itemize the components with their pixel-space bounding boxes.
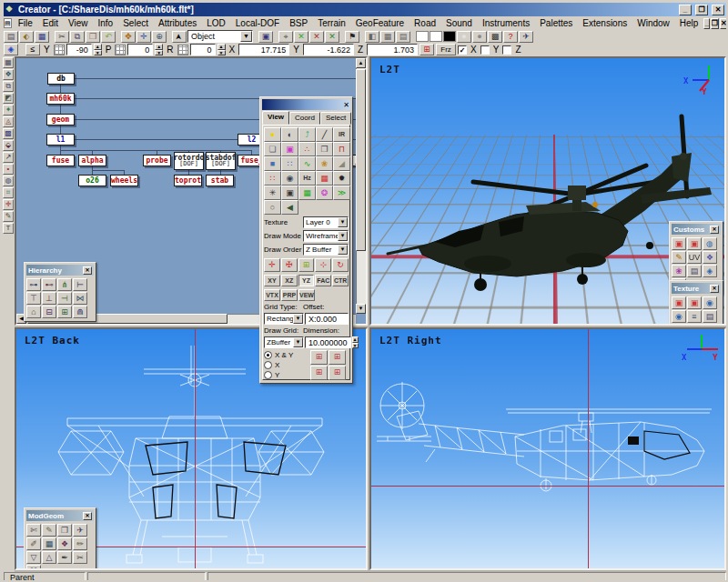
axis-z-checkbox[interactable] xyxy=(502,45,511,55)
textured-view-icon[interactable]: ▩ xyxy=(488,31,502,43)
sound-icon[interactable]: ◀ xyxy=(281,200,298,215)
custom-sheet-icon[interactable]: ▤ xyxy=(687,265,702,277)
roll-grid-icon[interactable] xyxy=(177,45,188,55)
close-icon[interactable]: ✕ xyxy=(83,266,92,275)
scissor-icon[interactable]: ✂ xyxy=(73,551,87,564)
vertex-number-icon[interactable]: ∷ xyxy=(281,156,298,171)
zoom-icon[interactable]: ⊕ xyxy=(152,31,167,43)
help-icon[interactable]: ? xyxy=(503,31,518,43)
menu-item[interactable]: BSP xyxy=(285,18,312,29)
fit-icon[interactable]: ✛ xyxy=(136,31,151,43)
polygon-tool-icon[interactable]: ◬ xyxy=(3,116,14,127)
y-field[interactable]: -1.622 xyxy=(303,44,354,55)
tree-detach-icon[interactable]: ⋒ xyxy=(73,306,87,318)
graph-node-db[interactable]: db xyxy=(47,73,75,85)
close-icon[interactable]: ✕ xyxy=(710,285,719,293)
lod-icon[interactable]: ≫ xyxy=(333,186,350,200)
texture-view-icon[interactable]: ❏ xyxy=(264,142,281,156)
shaded-sphere-icon[interactable]: ● xyxy=(457,31,471,43)
selection-box-icon[interactable]: ▣ xyxy=(281,142,298,156)
vertex-tool-icon[interactable]: ❖ xyxy=(3,69,14,80)
close-button[interactable]: ✕ xyxy=(712,5,724,15)
close-icon[interactable]: ✕ xyxy=(343,101,349,109)
snowflake-icon[interactable]: ✳ xyxy=(264,186,281,200)
roll-field[interactable]: 0 xyxy=(190,44,216,55)
restore-button[interactable]: ❐ xyxy=(695,5,708,15)
menu-item[interactable]: Instruments xyxy=(478,18,534,29)
freeze-button[interactable]: Frz xyxy=(436,44,456,55)
tree-collapse-icon[interactable]: ⊷ xyxy=(42,278,56,291)
mode-select[interactable]: Object ▼ xyxy=(187,30,253,43)
yaw-spinner[interactable]: ▲▼ xyxy=(94,44,102,55)
tree-attach-icon[interactable]: ⊞ xyxy=(57,306,72,318)
palette-icon[interactable]: ❂ xyxy=(316,186,333,200)
plane-ctr-button[interactable]: CTR xyxy=(332,275,349,286)
yaw-field[interactable]: -90 xyxy=(66,44,92,55)
next-select-icon[interactable]: ✕ xyxy=(325,31,339,43)
axis-tool-icon[interactable]: ✛ xyxy=(3,199,14,210)
graph-node-toprot[interactable]: toprot xyxy=(174,175,202,186)
menu-item[interactable]: Select xyxy=(118,18,153,29)
bulb-off-icon[interactable]: ○ xyxy=(264,200,281,215)
solid-cube-icon[interactable]: ■ xyxy=(264,156,281,171)
terrain-icon[interactable]: ◢ xyxy=(333,156,350,171)
plane-fac-button[interactable]: FAC xyxy=(315,275,331,286)
cone-icon[interactable]: △ xyxy=(42,551,56,564)
copy-icon[interactable]: ⧉ xyxy=(70,31,85,43)
radio-y[interactable]: Y xyxy=(264,370,309,380)
axis-y-checkbox[interactable] xyxy=(480,45,490,55)
grid-rotate-icon[interactable]: ↻ xyxy=(332,258,349,272)
scroll-up-icon[interactable]: ▲ xyxy=(356,58,366,68)
menu-item[interactable]: Window xyxy=(632,18,674,29)
jet-icon[interactable]: ✈ xyxy=(519,31,533,43)
tree-merge-icon[interactable]: ⊣ xyxy=(57,292,72,305)
doc-close-button[interactable]: ✕ xyxy=(720,18,728,29)
nib-icon[interactable]: ✒ xyxy=(57,551,72,564)
group-tool-icon[interactable]: ⬙ xyxy=(3,140,14,151)
zoom-select-icon[interactable]: ⌖ xyxy=(278,31,293,43)
draw-mode-select[interactable]: Wireframe▼ xyxy=(303,230,349,242)
grid-preview-icon[interactable]: ⊞ xyxy=(310,350,328,365)
graph-vertical-scrollbar[interactable]: ▲ ▼ xyxy=(356,58,366,314)
tab-view[interactable]: View xyxy=(262,111,289,125)
tree-down-icon[interactable]: ⊢ xyxy=(73,278,87,291)
construction-icon[interactable]: ∴ xyxy=(298,142,316,156)
menu-item[interactable]: Help xyxy=(675,18,703,29)
menu-item[interactable]: Edit xyxy=(38,18,63,29)
gear-dark-icon[interactable]: ✹ xyxy=(333,171,350,186)
globe-icon[interactable]: ◉ xyxy=(281,171,298,186)
custom-globe-icon[interactable]: ◍ xyxy=(703,237,717,250)
draw-tool-icon[interactable]: ✎ xyxy=(3,211,14,222)
dialog-title-bar[interactable]: ✕ xyxy=(262,99,350,110)
tex-list-icon[interactable]: ≡ xyxy=(687,310,702,323)
select-cursor-icon[interactable]: ➤ xyxy=(172,31,187,43)
texture-layer-select[interactable]: Layer 0▼ xyxy=(303,216,349,228)
lathe-icon[interactable]: ▽ xyxy=(26,551,41,564)
attr-sl-icon[interactable]: ▤ xyxy=(396,31,410,43)
spline-icon[interactable]: ∿ xyxy=(298,156,316,171)
infrared-icon[interactable]: IR xyxy=(333,127,350,142)
menu-item[interactable]: Terrain xyxy=(313,18,350,29)
tex-cross-icon[interactable]: ✛ xyxy=(672,324,686,326)
attr-3d-icon[interactable]: ◧ xyxy=(365,31,379,43)
draw-order-select[interactable]: Z Buffer▼ xyxy=(303,244,349,256)
tex-red-box2-icon[interactable]: ▣ xyxy=(687,296,702,309)
menu-item[interactable]: LOD xyxy=(202,18,230,29)
doc-restore-button[interactable]: ❐ xyxy=(711,18,719,29)
graph-node-wheels[interactable]: wheels xyxy=(110,175,138,186)
document-icon[interactable]: ▤ xyxy=(4,18,12,28)
dimension-field[interactable]: 10.000000 xyxy=(305,336,351,348)
x-field[interactable]: 17.715 xyxy=(238,44,289,55)
graph-node-probe[interactable]: probe xyxy=(143,155,171,166)
z-field[interactable]: 1.703 xyxy=(367,44,418,55)
shade-sphere-icon[interactable]: ◐ xyxy=(281,127,298,142)
grid-tool-icon[interactable]: ⌗ xyxy=(3,187,14,198)
plane-xy-button[interactable]: XY xyxy=(264,275,280,286)
graph-node-o26[interactable]: o26 xyxy=(78,175,106,186)
menu-item[interactable]: Sound xyxy=(441,18,477,29)
cut-icon[interactable]: ✂ xyxy=(55,31,69,43)
trackplane-icon[interactable]: ◈ xyxy=(4,44,18,55)
close-icon[interactable]: ✕ xyxy=(710,226,719,234)
line-icon[interactable]: ╱ xyxy=(316,127,333,142)
grid-cross-icon[interactable]: ✛ xyxy=(264,258,280,272)
